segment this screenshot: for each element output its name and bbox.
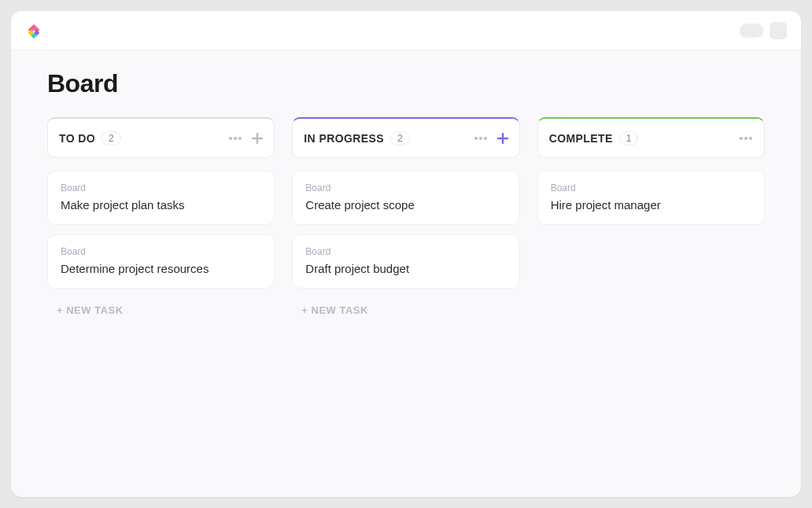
task-card-title: Create project scope [305, 198, 506, 212]
column-title: IN PROGRESS [304, 132, 384, 145]
svg-point-0 [229, 137, 232, 140]
task-card[interactable]: Board Make project plan tasks [47, 171, 275, 225]
topbar-placeholder-b[interactable] [770, 22, 787, 39]
column-title: TO DO [59, 132, 95, 145]
task-card-title: Determine project resources [61, 262, 261, 275]
svg-point-3 [474, 137, 478, 140]
add-task-icon[interactable] [252, 133, 263, 144]
task-card-meta: Board [61, 182, 261, 193]
task-card-title: Hire project manager [551, 198, 751, 212]
column-header: IN PROGRESS 2 [292, 117, 519, 158]
task-card-meta: Board [61, 246, 261, 257]
new-task-button[interactable]: + NEW TASK [292, 298, 519, 322]
more-icon[interactable] [739, 136, 753, 141]
svg-point-1 [234, 137, 237, 140]
column-complete: COMPLETE 1 Board Hire project manager [537, 117, 765, 322]
column-count-badge: 2 [390, 131, 410, 145]
svg-point-8 [749, 137, 752, 140]
task-card[interactable]: Board Hire project manager [537, 171, 765, 225]
column-actions [228, 133, 263, 144]
task-card[interactable]: Board Determine project resources [47, 234, 275, 289]
column-title: COMPLETE [549, 132, 613, 145]
task-card-meta: Board [305, 182, 506, 193]
column-actions [739, 136, 753, 141]
topbar [11, 11, 801, 50]
content: Board TO DO 2 [11, 50, 801, 341]
column-actions [474, 133, 508, 144]
column-count-badge: 1 [619, 131, 639, 145]
svg-point-5 [484, 137, 487, 140]
task-card-meta: Board [551, 182, 751, 193]
task-card[interactable]: Board Create project scope [292, 171, 519, 225]
page-title: Board [47, 69, 765, 98]
svg-point-4 [479, 137, 482, 140]
topbar-placeholder-a[interactable] [740, 24, 763, 38]
task-card-title: Make project plan tasks [61, 198, 261, 212]
svg-point-7 [744, 137, 747, 140]
kanban-board: TO DO 2 Board Make project plan tasks [47, 117, 765, 322]
task-card-title: Draft project budget [305, 262, 506, 275]
topbar-actions [740, 22, 787, 39]
new-task-button[interactable]: + NEW TASK [47, 298, 275, 322]
task-card[interactable]: Board Draft project budget [292, 234, 519, 289]
svg-point-2 [238, 137, 242, 140]
column-todo: TO DO 2 Board Make project plan tasks [47, 117, 275, 322]
app-logo-icon [25, 22, 42, 39]
app-window: Board TO DO 2 [11, 11, 801, 497]
column-header: TO DO 2 [47, 117, 275, 158]
column-header: COMPLETE 1 [537, 117, 765, 158]
svg-point-6 [740, 137, 743, 140]
column-in-progress: IN PROGRESS 2 Board Create project sc [292, 117, 519, 322]
task-card-meta: Board [305, 246, 506, 257]
add-task-icon[interactable] [497, 133, 508, 144]
column-count-badge: 2 [102, 131, 121, 145]
more-icon[interactable] [228, 136, 242, 141]
more-icon[interactable] [474, 136, 488, 141]
